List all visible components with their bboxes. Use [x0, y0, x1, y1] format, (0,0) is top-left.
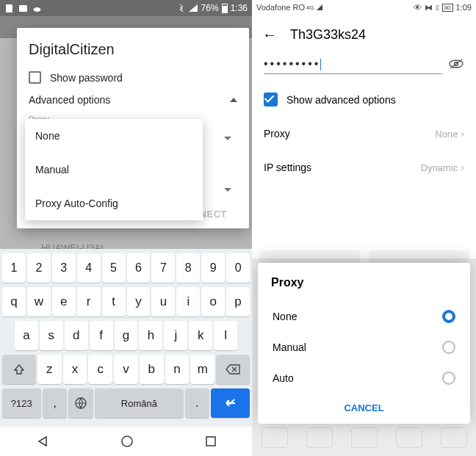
key-f[interactable]: f — [90, 321, 113, 350]
show-advanced-label: Show advanced options — [286, 94, 396, 106]
status-bar-right: Vodafone RO 4G 👁 ⧓ ▯ 80 1:09 — [252, 0, 476, 15]
key-q[interactable]: q — [2, 287, 26, 316]
key-s[interactable]: s — [40, 321, 63, 350]
key-p[interactable]: p — [226, 287, 250, 316]
password-field[interactable]: ••••••••• — [264, 57, 442, 74]
enter-key[interactable] — [211, 388, 250, 418]
key-m[interactable]: m — [190, 355, 214, 384]
key-9[interactable]: 9 — [201, 253, 225, 283]
proxy-option-pac[interactable]: Proxy Auto-Config — [25, 187, 203, 220]
svg-rect-1 — [19, 5, 27, 12]
key-g[interactable]: g — [115, 321, 138, 350]
bluetooth-icon — [178, 4, 185, 12]
key-1[interactable]: 1 — [2, 253, 26, 283]
proxy-option-none[interactable]: None — [25, 119, 203, 153]
show-password-checkbox[interactable] — [29, 71, 41, 84]
kb-row-num: 1 2 3 4 5 6 7 8 9 0 — [2, 253, 250, 283]
clock-right: 1:09 — [456, 3, 472, 12]
radio-icon[interactable] — [442, 372, 455, 385]
key-z[interactable]: z — [37, 355, 62, 384]
dropdown-icon — [224, 188, 231, 192]
key-2[interactable]: 2 — [27, 253, 51, 283]
image-icon — [18, 4, 28, 13]
show-advanced-row[interactable]: Show advanced options — [252, 82, 476, 117]
proxy-option-manual[interactable]: Manual — [25, 153, 203, 187]
key-x[interactable]: x — [63, 355, 87, 384]
doc-icon — [4, 4, 14, 13]
dialog-title: DigitalCitizen — [29, 41, 237, 58]
key-a[interactable]: a — [15, 321, 38, 350]
nav-recent-icon[interactable] — [205, 435, 217, 447]
proxy-row-label: Proxy — [264, 128, 290, 140]
ip-row-label: IP settings — [264, 162, 311, 173]
radio-icon[interactable] — [442, 341, 455, 354]
proxy-sheet: Proxy None Manual Auto CANCEL — [258, 263, 470, 424]
key-6[interactable]: 6 — [127, 253, 151, 283]
carrier-label: Vodafone RO — [256, 3, 305, 12]
phone-right: Vodafone RO 4G 👁 ⧓ ▯ 80 1:09 ← Th3G33ks2… — [252, 0, 476, 456]
key-w[interactable]: w — [27, 287, 51, 316]
key-j[interactable]: j — [164, 321, 187, 350]
password-row[interactable]: ••••••••• — [252, 52, 476, 82]
key-c[interactable]: c — [88, 355, 112, 384]
advanced-options-row[interactable]: Advanced options — [29, 94, 237, 106]
sheet-option-manual[interactable]: Manual — [271, 332, 457, 363]
keyboard: 1 2 3 4 5 6 7 8 9 0 q w e r t y u i o p … — [0, 249, 252, 427]
proxy-row[interactable]: Proxy None› — [252, 117, 476, 151]
period-key[interactable]: . — [185, 388, 210, 418]
key-k[interactable]: k — [189, 321, 212, 350]
sheet-option-auto[interactable]: Auto — [271, 363, 457, 394]
sheet-title: Proxy — [271, 276, 457, 289]
key-l[interactable]: l — [214, 321, 237, 350]
nav-back-icon[interactable] — [36, 435, 49, 448]
show-advanced-checkbox[interactable] — [264, 93, 278, 106]
space-key[interactable]: Română — [95, 388, 183, 418]
key-d[interactable]: d — [65, 321, 88, 350]
vibrate-icon: ▯ — [436, 4, 439, 11]
key-o[interactable]: o — [201, 287, 225, 316]
key-v[interactable]: v — [114, 355, 138, 384]
back-button[interactable]: ← — [262, 26, 277, 43]
chevron-up-icon — [230, 98, 237, 102]
key-5[interactable]: 5 — [102, 253, 126, 283]
kb-row-2: a s d f g h j k l — [2, 321, 250, 350]
key-3[interactable]: 3 — [52, 253, 76, 283]
key-7[interactable]: 7 — [151, 253, 175, 283]
show-password-row[interactable]: Show password — [29, 71, 237, 84]
status-bar-left: 76% 1:36 — [0, 0, 252, 16]
advanced-options-label: Advanced options — [29, 94, 110, 106]
key-8[interactable]: 8 — [176, 253, 200, 283]
key-y[interactable]: y — [127, 287, 151, 316]
kb-row-1: q w e r t y u i o p — [2, 287, 250, 316]
battery-icon — [222, 4, 228, 13]
visibility-off-icon[interactable] — [448, 58, 464, 73]
ip-row-value: Dynamic — [421, 162, 458, 173]
shift-key[interactable] — [2, 355, 36, 384]
ip-row[interactable]: IP settings Dynamic› — [252, 151, 476, 184]
android-navbar — [0, 427, 252, 456]
key-4[interactable]: 4 — [77, 253, 101, 283]
key-r[interactable]: r — [77, 287, 101, 316]
radio-on-icon[interactable] — [442, 310, 455, 323]
key-t[interactable]: t — [102, 287, 126, 316]
globe-key[interactable] — [68, 388, 93, 418]
sheet-option-none[interactable]: None — [271, 301, 457, 332]
key-u[interactable]: u — [151, 287, 175, 316]
clock: 1:36 — [231, 3, 248, 13]
symbols-key[interactable]: ?123 — [2, 388, 41, 418]
key-i[interactable]: i — [176, 287, 200, 316]
proxy-dropdown: None Manual Proxy Auto-Config — [25, 119, 203, 220]
backspace-key[interactable] — [216, 355, 250, 384]
phone-left: 76% 1:36 DigitalCitizen Show password Ad… — [0, 0, 252, 456]
chevron-right-icon: › — [461, 128, 464, 140]
key-h[interactable]: h — [139, 321, 162, 350]
key-0[interactable]: 0 — [226, 253, 250, 283]
key-b[interactable]: b — [140, 355, 164, 384]
header: ← Th3G33ks24 — [252, 15, 476, 52]
sheet-cancel-button[interactable]: CANCEL — [271, 394, 457, 418]
key-n[interactable]: n — [165, 355, 190, 384]
comma-key[interactable]: , — [43, 388, 68, 418]
nav-home-icon[interactable] — [120, 435, 134, 448]
key-e[interactable]: e — [52, 287, 76, 316]
svg-point-2 — [34, 7, 41, 12]
